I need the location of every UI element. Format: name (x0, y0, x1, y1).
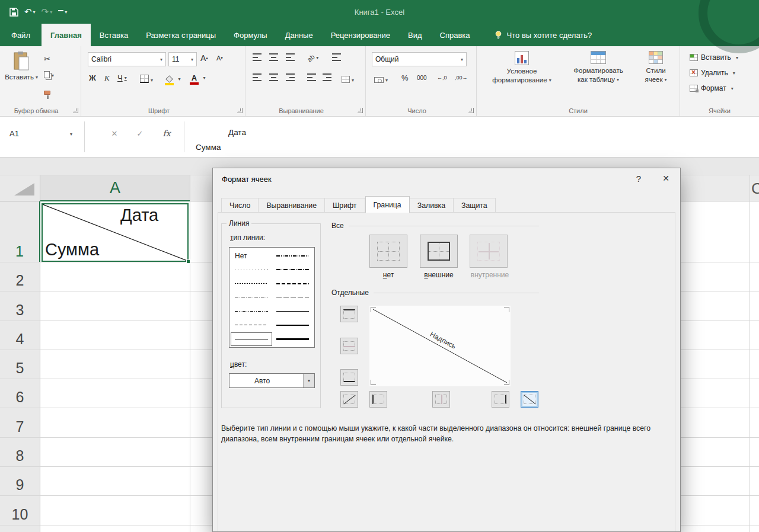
align-top-button[interactable] (253, 53, 261, 61)
format-as-table-button[interactable]: Форматировать как таблицу (563, 51, 633, 84)
conditional-formatting-button[interactable]: Условное форматирование (484, 51, 560, 85)
font-dialog-launcher-icon[interactable] (237, 108, 243, 113)
row-header-5[interactable]: 5 (0, 350, 40, 379)
decrease-font-button[interactable]: А▾ (216, 55, 223, 62)
tab-alignment[interactable]: Выравнивание (259, 198, 325, 213)
underline-button[interactable]: Ч (117, 73, 127, 82)
ribbon-tab-help[interactable]: Справка (431, 24, 479, 46)
row-header-9[interactable]: 9 (0, 467, 40, 495)
border-left-button[interactable] (369, 391, 387, 408)
ribbon-tab-view[interactable]: Вид (399, 24, 431, 46)
fill-handle[interactable] (186, 259, 190, 264)
row-header-11[interactable] (0, 525, 40, 532)
increase-font-button[interactable]: А▴ (200, 53, 208, 63)
align-middle-button[interactable] (269, 53, 278, 61)
font-family-select[interactable]: Calibri (88, 52, 166, 66)
line-style-hair-dotted[interactable] (231, 262, 272, 276)
row-header-6[interactable]: 6 (0, 379, 40, 408)
line-style-long-dashed[interactable] (272, 290, 314, 304)
align-left-button[interactable] (253, 73, 261, 81)
increase-indent-button[interactable] (323, 73, 331, 81)
color-dropdown-button[interactable]: ▾ (303, 374, 314, 387)
clipboard-dialog-launcher-icon[interactable] (73, 108, 78, 113)
italic-button[interactable]: К (104, 73, 110, 83)
line-style-none[interactable]: Нет (231, 249, 272, 262)
fill-color-button[interactable] (165, 73, 180, 85)
row-header-4[interactable]: 4 (0, 321, 40, 350)
border-diagonal-down-button[interactable] (521, 391, 538, 408)
bold-button[interactable]: Ж (89, 73, 96, 82)
redo-button[interactable]: ↷ (42, 7, 53, 17)
font-color-button[interactable]: А (190, 72, 205, 85)
insert-function-button[interactable]: fx (158, 126, 176, 141)
font-size-select[interactable]: 11 (168, 52, 197, 66)
border-right-button[interactable] (492, 391, 509, 408)
cell-styles-button[interactable]: Стили ячеек (637, 51, 675, 84)
row-header-1[interactable]: 1 (0, 201, 40, 262)
tab-fill[interactable]: Заливка (410, 198, 454, 213)
number-dialog-launcher-icon[interactable] (468, 108, 474, 113)
copy-button[interactable] (44, 70, 54, 81)
ribbon-tab-insert[interactable]: Вставка (91, 24, 137, 46)
save-icon[interactable] (9, 8, 18, 17)
customize-qat-button[interactable] (58, 9, 67, 15)
increase-decimal-button[interactable]: ←,0 (437, 75, 447, 81)
border-preview[interactable]: Надпись (369, 306, 511, 386)
line-style-medium-dashed[interactable] (272, 277, 314, 290)
tab-protection[interactable]: Защита (454, 198, 496, 213)
decrease-decimal-button[interactable]: ,00→ (455, 75, 468, 81)
border-bottom-button[interactable] (340, 369, 358, 386)
number-format-select[interactable]: Общий (372, 52, 467, 66)
formula-content-line2[interactable]: Сумма (196, 143, 221, 152)
line-style-medium-dash-dot-dot[interactable] (272, 249, 314, 262)
line-style-solid-thin[interactable] (272, 305, 314, 318)
paste-button[interactable]: Вставить (6, 51, 37, 82)
format-cells-button[interactable]: Формат (690, 84, 734, 92)
alignment-dialog-launcher-icon[interactable] (358, 108, 363, 113)
line-style-dashed[interactable] (231, 318, 272, 332)
merge-center-button[interactable] (342, 75, 354, 85)
line-style-dash-dot[interactable] (231, 290, 272, 304)
row-header-10[interactable]: 10 (0, 496, 40, 524)
confirm-entry-button[interactable]: ✓ (131, 126, 149, 141)
column-header-right[interactable]: C (750, 175, 759, 201)
row-header-3[interactable]: 3 (0, 291, 40, 320)
cell-a1[interactable]: Дата Сумма (42, 203, 189, 262)
align-right-button[interactable] (286, 73, 295, 81)
select-all-corner[interactable] (0, 175, 40, 201)
ribbon-tab-data[interactable]: Данные (276, 24, 322, 46)
cancel-entry-button[interactable]: ✕ (106, 126, 123, 141)
align-center-button[interactable] (269, 73, 278, 81)
ribbon-tab-file[interactable]: Файл (0, 24, 42, 46)
align-bottom-button[interactable] (286, 53, 295, 61)
borders-button[interactable] (140, 75, 153, 85)
border-top-button[interactable] (340, 306, 358, 322)
ribbon-tab-formulas[interactable]: Формулы (225, 24, 276, 46)
formula-content-line1[interactable]: Дата (228, 128, 246, 137)
tab-font[interactable]: Шрифт (325, 198, 365, 213)
line-style-solid-thick[interactable] (272, 332, 314, 346)
line-style-dash-dot-dot[interactable] (231, 305, 272, 318)
name-box[interactable]: A1 (5, 126, 77, 141)
line-style-dotted[interactable] (231, 277, 272, 290)
accounting-format-button[interactable] (374, 75, 388, 85)
row-header-2[interactable]: 2 (0, 262, 40, 291)
orientation-button[interactable]: ab (307, 52, 318, 63)
wrap-text-button[interactable] (332, 53, 341, 61)
row-header-8[interactable]: 8 (0, 438, 40, 466)
undo-button[interactable]: ↶ (24, 7, 36, 17)
line-style-solid-medium[interactable] (272, 318, 314, 332)
tab-border[interactable]: Граница (365, 196, 410, 213)
preset-outline-button[interactable] (420, 235, 458, 268)
color-select[interactable]: Авто ▾ (229, 373, 315, 388)
border-diagonal-up-button[interactable] (340, 391, 358, 408)
line-style-thin-selected[interactable] (231, 332, 272, 346)
tell-me-box[interactable]: Что вы хотите сделать? (495, 24, 592, 46)
ribbon-tab-review[interactable]: Рецензирование (322, 24, 399, 46)
line-style-medium-dash-dot[interactable] (272, 262, 314, 276)
cut-button[interactable]: ✂ (44, 53, 50, 64)
column-header-a[interactable]: A (40, 175, 190, 201)
ribbon-tab-home[interactable]: Главная (42, 24, 91, 46)
dialog-close-button[interactable]: ✕ (653, 168, 679, 188)
delete-cells-button[interactable]: Удалить (690, 69, 735, 77)
